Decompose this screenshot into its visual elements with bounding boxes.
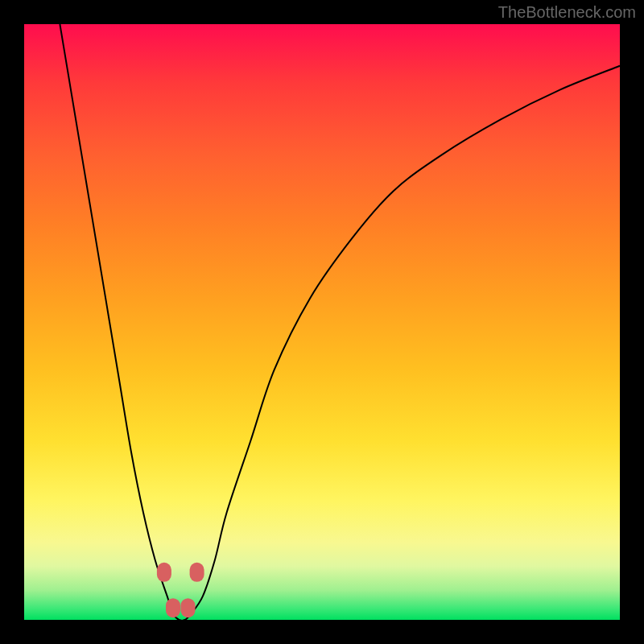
chart-svg	[24, 24, 620, 620]
data-markers	[157, 563, 204, 617]
data-marker	[190, 563, 204, 582]
bottleneck-curve	[60, 24, 620, 620]
watermark-text: TheBottleneck.com	[498, 3, 636, 22]
data-marker	[166, 598, 180, 617]
chart-container	[24, 24, 620, 620]
data-marker	[157, 563, 171, 582]
data-marker	[181, 598, 196, 617]
